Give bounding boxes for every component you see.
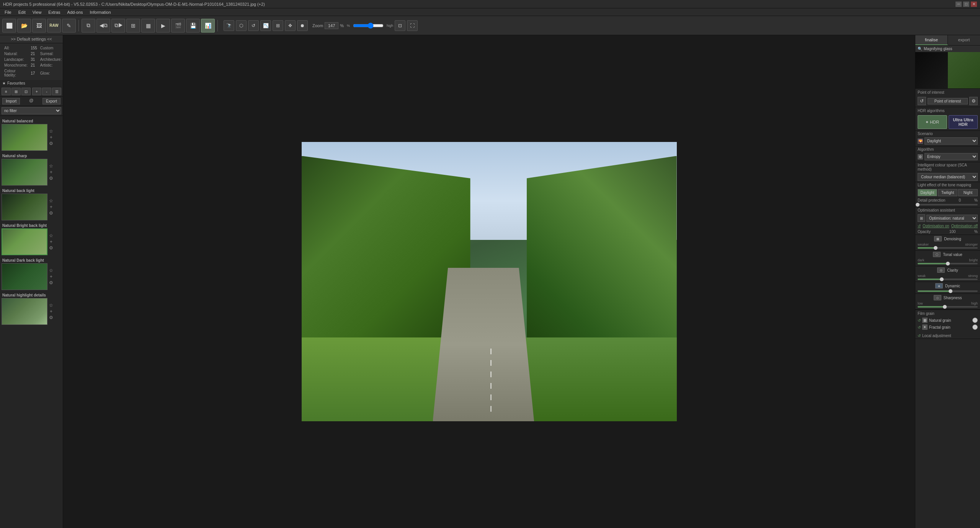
algorithm-select[interactable]: Entropy <box>924 153 978 160</box>
night-button[interactable]: Night <box>958 189 978 196</box>
list-item[interactable]: ☆ + ⚙ <box>2 298 61 325</box>
navigator-button[interactable]: 🔭 <box>224 20 234 31</box>
scenario-select[interactable]: Daylight <box>924 137 978 145</box>
ics-select[interactable]: Colour median (balanced) <box>918 173 978 181</box>
preset-settings[interactable]: ⚙ <box>49 141 53 146</box>
minimize-button[interactable]: ─ <box>956 2 962 7</box>
menu-extras[interactable]: Extras <box>45 9 63 15</box>
paste-right-button[interactable]: ⧉▶ <box>111 19 125 33</box>
default-settings-header[interactable]: >> Default settings << <box>0 35 63 43</box>
zoom-input[interactable] <box>325 22 338 29</box>
preset-settings[interactable]: ⚙ <box>49 176 53 181</box>
zoom-slider[interactable] <box>353 21 384 30</box>
preset-grid-btn[interactable]: ⊞ <box>11 88 21 95</box>
preset-menu-btn[interactable]: ☰ <box>52 88 61 95</box>
new-button[interactable]: ⬜ <box>2 19 16 33</box>
play-button[interactable]: ▶ <box>156 19 170 33</box>
poi-settings-btn[interactable]: ⚙ <box>969 97 978 105</box>
hdr-button[interactable]: ✦ HDR <box>918 115 947 129</box>
twilight-button[interactable]: Twilight <box>938 189 957 196</box>
sequence-button[interactable]: ▦ <box>141 19 155 33</box>
preset-add-btn[interactable]: + <box>32 88 41 95</box>
list-item[interactable]: ☆ + ⚙ <box>2 194 61 220</box>
menu-file[interactable]: File <box>2 9 15 15</box>
restore-button[interactable]: □ <box>963 2 969 7</box>
magnifying-glass-header[interactable]: 🔍 Magnifying glass <box>915 46 980 52</box>
fractal-grain-toggle[interactable] <box>972 324 978 330</box>
menu-view[interactable]: View <box>29 9 45 15</box>
dynamic-thumb[interactable] <box>949 289 952 293</box>
preset-list-btn[interactable]: ≡ <box>2 88 11 95</box>
fractal-grain-refresh[interactable]: ↺ <box>918 325 921 329</box>
denoising-thumb[interactable] <box>934 246 938 250</box>
favourites-label[interactable]: Favourites <box>7 81 25 85</box>
poi-button[interactable]: Point of interest <box>928 98 968 104</box>
preset-del-btn[interactable]: - <box>42 88 51 95</box>
histogram2-button[interactable]: 📉 <box>260 20 271 31</box>
preset-settings[interactable]: ⚙ <box>49 315 53 320</box>
preset-large-btn[interactable]: ⊡ <box>21 88 31 95</box>
list-item[interactable]: ☆ + ⚙ <box>2 124 61 151</box>
raw-button[interactable]: RAW <box>47 19 61 33</box>
ultra-hdr-button[interactable]: Ultra Ultra HDR <box>949 115 978 129</box>
export-button[interactable]: Export <box>42 98 60 104</box>
clarity-thumb[interactable] <box>940 277 944 281</box>
animation-button[interactable]: 🎬 <box>171 19 185 33</box>
preset-star[interactable]: ☆ <box>49 163 53 169</box>
preset-star[interactable]: ☆ <box>49 129 53 134</box>
close-button[interactable]: ✕ <box>971 2 977 7</box>
compare-button[interactable]: ⬡ <box>236 20 247 31</box>
record-button[interactable]: ⏺ <box>297 20 308 31</box>
preset-add-fav[interactable]: + <box>49 274 53 279</box>
preset-add-fav[interactable]: + <box>49 204 53 210</box>
list-item[interactable]: ☆ + ⚙ <box>2 159 61 186</box>
import-button[interactable]: Import <box>2 98 20 104</box>
right-panel-scroll[interactable]: 🔍 Magnifying glass Point of interest ↺ P… <box>915 46 980 528</box>
fullscreen-button[interactable]: ⛶ <box>407 20 418 31</box>
preset-star[interactable]: ☆ <box>49 233 53 238</box>
canvas-area[interactable] <box>63 35 915 528</box>
batch-button[interactable]: ⊞ <box>126 19 140 33</box>
preset-settings[interactable]: ⚙ <box>49 210 53 216</box>
optimisation-off-link[interactable]: Optimisation off <box>951 224 978 228</box>
preset-add-fav[interactable]: + <box>49 135 53 140</box>
copy-button[interactable]: ⧉ <box>82 19 95 33</box>
menu-edit[interactable]: Edit <box>15 9 29 15</box>
refresh-button[interactable]: ↺ <box>248 20 259 31</box>
paste-left-button[interactable]: ◀⧉ <box>96 19 110 33</box>
daylight-button[interactable]: Daylight <box>918 189 937 196</box>
natural-grain-refresh[interactable]: ↺ <box>918 318 921 323</box>
preset-button[interactable]: 🖼 <box>32 19 46 33</box>
detail-protection-thumb[interactable] <box>916 203 920 207</box>
tonal-thumb[interactable] <box>946 262 950 266</box>
preset-add-fav[interactable]: + <box>49 309 53 314</box>
local-adjustment-refresh[interactable]: ↺ <box>918 334 921 338</box>
optimisation-select[interactable]: Optimisation: natural <box>926 215 978 222</box>
natural-grain-toggle[interactable] <box>972 318 978 323</box>
opt-refresh-icon[interactable]: ↺ <box>918 224 921 228</box>
grid-button[interactable]: ⊞ <box>273 20 283 31</box>
tab-export[interactable]: export <box>948 35 980 45</box>
menu-information[interactable]: Information <box>87 9 114 15</box>
preset-star[interactable]: ☆ <box>49 198 53 204</box>
preset-star[interactable]: ☆ <box>49 303 53 308</box>
list-item[interactable]: ☆ + ⚙ <box>2 263 61 290</box>
optimisation-on-link[interactable]: Optimisation on <box>923 224 949 228</box>
preset-add-fav[interactable]: + <box>49 169 53 175</box>
open-button[interactable]: 📂 <box>17 19 31 33</box>
preset-add-fav[interactable]: + <box>49 239 53 244</box>
menu-addons[interactable]: Add-ons <box>64 9 86 15</box>
filter-select[interactable]: no filter <box>2 107 61 114</box>
preset-star[interactable]: ☆ <box>49 268 53 273</box>
list-item[interactable]: ☆ + ⚙ <box>2 228 61 255</box>
zoom-fit-button[interactable]: ⊡ <box>395 20 405 31</box>
move-button[interactable]: ✥ <box>285 20 296 31</box>
poi-refresh-btn[interactable]: ↺ <box>918 97 926 105</box>
histogram-button[interactable]: 📊 <box>201 19 215 33</box>
sharpness-thumb[interactable] <box>943 305 947 309</box>
tab-finalize[interactable]: finalise <box>915 35 948 45</box>
save-button[interactable]: 💾 <box>186 19 200 33</box>
edit-button[interactable]: ✎ <box>62 19 76 33</box>
preset-settings[interactable]: ⚙ <box>49 280 53 285</box>
preset-settings[interactable]: ⚙ <box>49 245 53 251</box>
